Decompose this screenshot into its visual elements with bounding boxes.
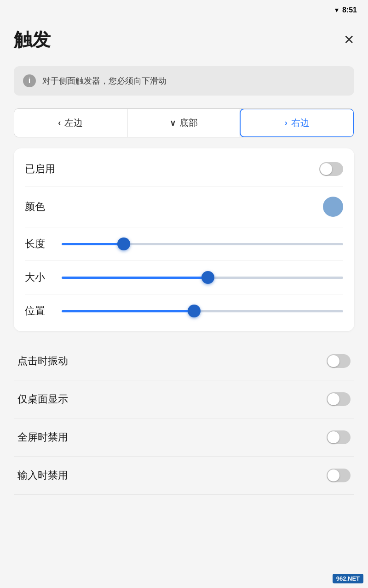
desktop-only-label: 仅桌面显示 (17, 392, 68, 406)
position-thumb[interactable] (188, 305, 201, 317)
size-fill (62, 277, 208, 279)
size-slider[interactable] (62, 269, 343, 286)
tab-bottom[interactable]: ∨ 底部 (127, 109, 241, 137)
tab-left-label: 左边 (64, 117, 83, 129)
disable-fullscreen-label: 全屏时禁用 (17, 430, 68, 444)
length-track (62, 243, 343, 245)
disable-input-row: 输入时禁用 (14, 457, 354, 495)
status-bar: ▾ 8:51 (0, 0, 368, 18)
disable-fullscreen-row: 全屏时禁用 (14, 418, 354, 457)
watermark: 962.NET (333, 574, 363, 583)
enabled-label: 已启用 (25, 162, 55, 176)
info-text: 对于侧面触发器，您必须向下滑动 (42, 75, 167, 86)
desktop-only-row: 仅桌面显示 (14, 380, 354, 418)
vibrate-label: 点击时振动 (17, 354, 68, 368)
length-fill (62, 243, 124, 245)
disable-input-label: 输入时禁用 (17, 469, 68, 482)
tab-bottom-icon: ∨ (170, 118, 176, 128)
info-banner: i 对于侧面触发器，您必须向下滑动 (14, 66, 354, 96)
size-track (62, 277, 343, 279)
color-picker[interactable] (323, 197, 343, 217)
header: 触发 ✕ (14, 18, 354, 66)
settings-card: 已启用 颜色 长度 大小 (14, 148, 354, 331)
tab-bottom-label: 底部 (179, 117, 198, 129)
time-display: 8:51 (342, 6, 357, 14)
position-fill (62, 310, 194, 312)
position-slider[interactable] (62, 303, 343, 319)
vibrate-row: 点击时振动 (14, 342, 354, 380)
wifi-icon: ▾ (335, 6, 339, 14)
disable-fullscreen-toggle[interactable] (327, 430, 351, 444)
length-thumb[interactable] (117, 237, 130, 250)
tab-right-icon: › (285, 118, 288, 128)
vibrate-toggle[interactable] (327, 354, 351, 368)
disable-input-toggle[interactable] (327, 469, 351, 482)
enabled-toggle[interactable] (319, 162, 343, 176)
position-label: 位置 (25, 304, 52, 318)
close-button[interactable]: ✕ (344, 34, 354, 46)
length-row: 长度 (25, 227, 343, 261)
tab-left-icon: ‹ (58, 118, 61, 128)
position-row: 位置 (25, 294, 343, 328)
tab-right[interactable]: › 右边 (240, 108, 354, 137)
length-label: 长度 (25, 237, 52, 251)
length-slider[interactable] (62, 236, 343, 252)
color-label: 颜色 (25, 200, 45, 214)
standalone-settings: 点击时振动 仅桌面显示 全屏时禁用 输入时禁用 (14, 342, 354, 495)
size-thumb[interactable] (201, 271, 214, 284)
tab-right-label: 右边 (291, 117, 310, 129)
info-icon: i (23, 74, 36, 87)
tab-bar: ‹ 左边 ∨ 底部 › 右边 (14, 108, 354, 137)
size-row: 大小 (25, 261, 343, 294)
tab-left[interactable]: ‹ 左边 (14, 109, 127, 137)
size-label: 大小 (25, 271, 52, 284)
page-title: 触发 (14, 27, 51, 52)
page-content: 触发 ✕ i 对于侧面触发器，您必须向下滑动 ‹ 左边 ∨ 底部 › 右边 已启… (0, 18, 368, 513)
position-track (62, 310, 343, 312)
color-row: 颜色 (25, 187, 343, 227)
desktop-only-toggle[interactable] (327, 392, 351, 406)
enabled-row: 已启用 (25, 152, 343, 187)
